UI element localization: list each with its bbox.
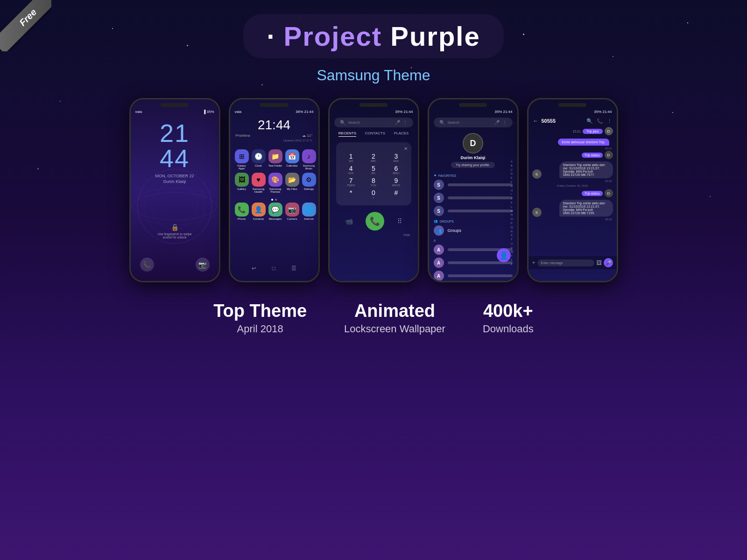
- key-3[interactable]: 3 DEF: [388, 153, 404, 162]
- key-7[interactable]: 7 PQRS: [343, 177, 359, 187]
- key-1[interactable]: 1 QO: [343, 153, 359, 162]
- message-input-bar: + Enter message 🖼 🎤: [529, 256, 617, 269]
- groups-avatar: 👥: [434, 225, 444, 236]
- key-4[interactable]: 4 GHI: [343, 165, 359, 175]
- key-hash[interactable]: #: [388, 189, 404, 199]
- app-samsung-health[interactable]: ♥ Samsung Health: [252, 173, 266, 193]
- messages-header: ← 50555 🔍 📞 ⋮: [529, 116, 617, 126]
- camera-quick-btn[interactable]: 📷: [196, 258, 210, 272]
- homescreen-statusbar: vala 36% 21:44: [230, 99, 318, 116]
- app-messages[interactable]: 💬 Messages: [268, 203, 282, 220]
- fav-avatar-2: S: [434, 193, 444, 203]
- free-label: Free: [0, 0, 51, 51]
- contacts-screen: 35% 21:44 🔍 Search 🎤 ⋮ D Durim Klaiqi Tr…: [429, 99, 517, 281]
- app-test-folder[interactable]: 📁 Test Folder: [268, 149, 282, 170]
- groups-icon: 👥: [434, 219, 438, 223]
- msg-d-badge-2: D: [605, 189, 613, 197]
- msg-time-1: 15:21: [529, 147, 612, 150]
- add-icon[interactable]: +: [532, 259, 536, 266]
- dialer-bg: 35% 21:44 🔍 Search 🎤 ⋮ RECENTS CONTACTS …: [330, 99, 418, 281]
- title-badge: · Project Purple: [243, 14, 503, 58]
- msg-row-3: S Sherbimi Trip eshte aktiv deri me: 31/…: [532, 198, 613, 217]
- add-contact-fab[interactable]: 👤: [497, 248, 511, 262]
- favorites-label: FAVORITES: [438, 174, 457, 177]
- more-msg-icon[interactable]: ⋮: [607, 118, 612, 124]
- dot-1: [271, 199, 273, 201]
- image-icon[interactable]: 🖼: [596, 259, 602, 266]
- share-profile-btn[interactable]: Try sharing your profile.: [451, 162, 494, 168]
- dialpad-toggle-icon[interactable]: ⠿: [397, 217, 402, 225]
- favorite-3[interactable]: S: [429, 204, 517, 217]
- header-icons: 🔍 📞 ⋮: [586, 118, 612, 124]
- app-settings[interactable]: ⚙ Settings: [302, 173, 316, 193]
- trip-status-badge-1: Trip status: [582, 153, 602, 158]
- app-galaxy-apps[interactable]: ⊞ Galaxy Apps: [235, 149, 249, 170]
- weather-city: Prishtina: [236, 133, 250, 138]
- stat-sub-2: Lockscreen Wallpaper: [344, 323, 445, 335]
- stat-sub-3: Downloads: [483, 323, 534, 335]
- video-call-icon[interactable]: 📹: [345, 217, 353, 225]
- contact-a3-name: [448, 274, 513, 277]
- contact-a1-avatar: A: [434, 245, 444, 255]
- msg-bubble-1: Eshte aktivizuar sherbimi Trip.: [558, 139, 609, 146]
- message-placeholder: Enter message: [541, 261, 563, 265]
- call-msg-icon[interactable]: 📞: [597, 118, 603, 124]
- free-badge: Free: [0, 0, 51, 51]
- alpha-a: A: [429, 238, 517, 243]
- app-calendar[interactable]: 📅 Calendar: [285, 149, 299, 170]
- app-samsung-music[interactable]: ♪ Samsung Music: [302, 149, 316, 170]
- key-5[interactable]: 5 JKL: [365, 165, 381, 175]
- key-8[interactable]: 8 TUV: [365, 177, 381, 187]
- trip-status-badge-2: Trip status: [582, 191, 602, 196]
- contact-a2-avatar: A: [434, 258, 444, 268]
- phone-dialer: 35% 21:44 🔍 Search 🎤 ⋮ RECENTS CONTACTS …: [328, 98, 419, 282]
- date-divider: Friday, October 19, 2018: [529, 184, 617, 187]
- app-phone[interactable]: 📞 Phone: [235, 203, 249, 220]
- contact-a3[interactable]: A: [429, 269, 517, 281]
- dot-2: [275, 199, 277, 201]
- groups-item[interactable]: 👥 Groups: [429, 224, 517, 237]
- nav-bar: ↩ □ ☰: [230, 265, 318, 272]
- search-msg-icon[interactable]: 🔍: [586, 118, 593, 124]
- messages-screen: 35% 21:44 ← 50555 🔍 📞 ⋮ 15:21 Trip plus …: [529, 99, 617, 281]
- homescreen-weather: Prishtina ☁ 11°: [230, 133, 318, 139]
- contacts-search[interactable]: 🔍 Search 🎤 ⋮: [434, 118, 513, 127]
- back-icon[interactable]: ←: [533, 118, 539, 124]
- key-2[interactable]: 2 ABC: [365, 153, 381, 162]
- stat-title-2: Animated: [344, 301, 445, 321]
- call-button[interactable]: 📞: [366, 212, 384, 231]
- message-input[interactable]: Enter message: [537, 259, 594, 266]
- app-internet[interactable]: 🌐 Internet: [302, 203, 316, 220]
- key-9[interactable]: 9 WXYZ: [388, 177, 404, 187]
- app-camera[interactable]: 📷 Camera: [285, 203, 299, 220]
- stat-top-theme: Top Theme April 2018: [213, 301, 307, 335]
- favorite-1[interactable]: S: [429, 178, 517, 191]
- key-0[interactable]: 0 +: [365, 189, 381, 199]
- stat-title-3: 400k+: [483, 301, 534, 321]
- groups-section: 👥 GROUPS: [429, 217, 517, 224]
- phone-lockscreen: vala ▐ 35% 21 44 MON, OCTOBER 22 Durim K…: [129, 98, 220, 282]
- app-my-files[interactable]: 📂 My Files: [285, 173, 299, 193]
- app-contacts[interactable]: 👤 Contacts: [252, 203, 266, 220]
- key-star[interactable]: *: [343, 189, 359, 199]
- tab-recents[interactable]: RECENTS: [338, 131, 356, 137]
- tab-contacts[interactable]: CONTACTS: [365, 131, 385, 137]
- homescreen-time: 21:44: [230, 118, 318, 133]
- lockscreen-time: 21 44: [131, 120, 219, 171]
- more-icon: ⋮: [403, 120, 408, 125]
- dock-apps: 📞 Phone 👤 Contacts 💬 Messages 📷 Camera: [230, 203, 318, 224]
- lockscreen-screen: vala ▐ 35% 21 44 MON, OCTOBER 22 Durim K…: [131, 99, 219, 281]
- app-samsung-themes[interactable]: 🎨 Samsung Themes: [268, 173, 282, 193]
- tab-places[interactable]: PLACES: [394, 131, 409, 137]
- stat-animated: Animated Lockscreen Wallpaper: [344, 301, 445, 335]
- msg-row-2: S Sherbimi Trip eshte aktiv deri me: 31/…: [532, 160, 613, 179]
- key-6[interactable]: 6 MNO: [388, 165, 404, 175]
- favorite-2[interactable]: S: [429, 191, 517, 204]
- phone-quick-btn[interactable]: 📞: [140, 258, 154, 272]
- dialpad-row-4: * 0 + #: [340, 189, 408, 199]
- send-button[interactable]: 🎤: [604, 258, 613, 267]
- hide-label: Hide: [330, 233, 418, 237]
- dialer-search[interactable]: 🔍 Search 🎤 ⋮: [334, 118, 413, 127]
- app-clock[interactable]: 🕐 Clock: [252, 149, 266, 170]
- app-gallery[interactable]: 🖼 Gallery: [235, 173, 249, 193]
